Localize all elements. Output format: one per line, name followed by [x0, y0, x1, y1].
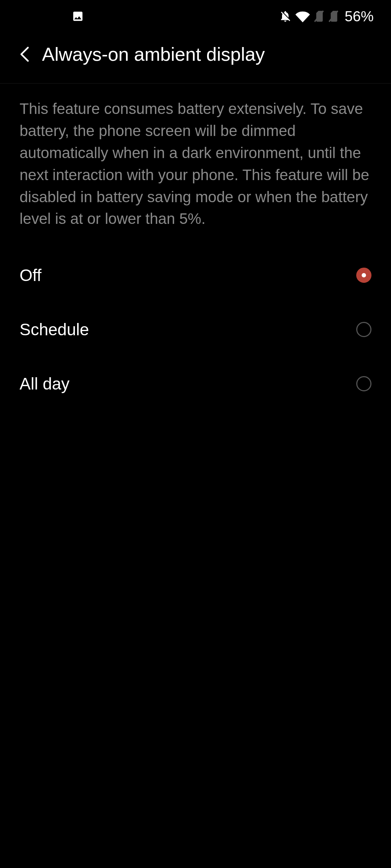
- options-list: Off Schedule All day: [0, 248, 391, 411]
- status-right: 56%: [279, 8, 374, 25]
- chevron-left-icon: [20, 46, 30, 62]
- app-bar: Always-on ambient display: [0, 33, 391, 83]
- feature-description: This feature consumes battery extensivel…: [0, 84, 391, 248]
- option-schedule[interactable]: Schedule: [20, 302, 371, 357]
- sim1-disabled-icon: [314, 10, 324, 23]
- option-label: All day: [20, 374, 70, 393]
- option-off[interactable]: Off: [20, 248, 371, 302]
- radio-unselected-icon: [356, 376, 371, 391]
- image-icon: [72, 10, 84, 22]
- radio-unselected-icon: [356, 322, 371, 337]
- page-title: Always-on ambient display: [42, 43, 265, 65]
- status-left: [17, 10, 84, 22]
- status-bar: 56%: [0, 0, 391, 33]
- option-label: Off: [20, 265, 42, 285]
- option-label: Schedule: [20, 320, 89, 339]
- wifi-icon: [295, 10, 310, 23]
- option-all-day[interactable]: All day: [20, 357, 371, 411]
- notification-off-icon: [279, 10, 292, 23]
- sim2-disabled-icon: [328, 10, 339, 23]
- battery-percent: 56%: [345, 8, 374, 25]
- back-button[interactable]: [17, 47, 32, 61]
- radio-selected-icon: [356, 268, 371, 283]
